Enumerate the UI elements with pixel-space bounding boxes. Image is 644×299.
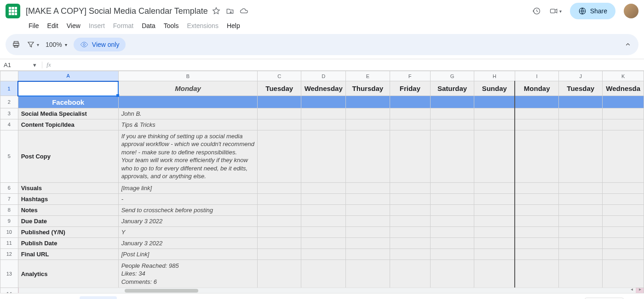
- row-header[interactable]: 5: [0, 130, 18, 182]
- menu-tools[interactable]: Tools: [160, 20, 183, 31]
- cell[interactable]: January 3 2022: [118, 237, 257, 248]
- cell[interactable]: [474, 237, 515, 248]
- print-icon[interactable]: [12, 40, 20, 49]
- tab-month[interactable]: September▾: [345, 296, 391, 299]
- cell[interactable]: [390, 248, 430, 260]
- cell[interactable]: [430, 193, 474, 204]
- cell[interactable]: [559, 96, 603, 108]
- cell[interactable]: [603, 226, 644, 237]
- menu-help[interactable]: Help: [223, 20, 244, 31]
- cell[interactable]: [345, 182, 390, 193]
- cell[interactable]: [301, 260, 346, 288]
- cell[interactable]: [603, 119, 644, 130]
- cell[interactable]: [258, 260, 301, 288]
- cell[interactable]: [345, 215, 390, 226]
- cell[interactable]: [515, 237, 558, 248]
- row-header[interactable]: 7: [0, 193, 18, 204]
- cell[interactable]: [559, 226, 603, 237]
- column-header[interactable]: J: [559, 71, 603, 81]
- cell[interactable]: [515, 260, 558, 288]
- cell[interactable]: [301, 237, 346, 248]
- sheet-area[interactable]: ABCDEFGHIJK 1MondayTuesdayWednesdayThurs…: [0, 71, 644, 293]
- cloud-status-icon[interactable]: [239, 6, 248, 16]
- cell[interactable]: Sunday: [474, 81, 515, 96]
- cell[interactable]: [430, 226, 474, 237]
- cell[interactable]: [345, 193, 390, 204]
- cell[interactable]: John B.: [118, 108, 257, 119]
- column-header[interactable]: D: [301, 71, 346, 81]
- cell[interactable]: [390, 226, 430, 237]
- cell[interactable]: [603, 248, 644, 260]
- cell[interactable]: Facebook: [18, 96, 118, 108]
- cell[interactable]: [18, 81, 118, 96]
- menu-edit[interactable]: Edit: [44, 20, 62, 31]
- zoom-select[interactable]: 100%▾: [46, 41, 67, 48]
- cell[interactable]: [390, 130, 430, 182]
- cell[interactable]: [474, 204, 515, 215]
- tab-readme[interactable]: 🚨READ ME🚨▾: [18, 296, 78, 299]
- cell[interactable]: [390, 182, 430, 193]
- cell[interactable]: [301, 248, 346, 260]
- cell[interactable]: [603, 215, 644, 226]
- cell[interactable]: [301, 215, 346, 226]
- cell[interactable]: [515, 119, 558, 130]
- column-header[interactable]: B: [118, 71, 257, 81]
- view-only-pill[interactable]: View only: [74, 38, 126, 51]
- cell[interactable]: [258, 119, 301, 130]
- cell[interactable]: [258, 96, 301, 108]
- history-icon[interactable]: [532, 6, 541, 16]
- cell[interactable]: [474, 182, 515, 193]
- cell[interactable]: Tuesday: [559, 81, 603, 96]
- cell[interactable]: [430, 260, 474, 288]
- cell[interactable]: Post Copy: [18, 130, 118, 182]
- cell[interactable]: [559, 204, 603, 215]
- star-icon[interactable]: [212, 6, 221, 16]
- cell[interactable]: [603, 96, 644, 108]
- cell[interactable]: [258, 248, 301, 260]
- cell[interactable]: [474, 193, 515, 204]
- cell[interactable]: [515, 96, 558, 108]
- column-header[interactable]: A: [18, 71, 118, 81]
- row-header[interactable]: 12: [0, 248, 18, 260]
- cell[interactable]: [430, 182, 474, 193]
- account-avatar[interactable]: [624, 4, 638, 18]
- cell[interactable]: [390, 204, 430, 215]
- cell[interactable]: [515, 226, 558, 237]
- filter-views-button[interactable]: ▾: [27, 40, 39, 49]
- cell[interactable]: [301, 108, 346, 119]
- cell[interactable]: [345, 96, 390, 108]
- cell[interactable]: [515, 248, 558, 260]
- cell[interactable]: [430, 96, 474, 108]
- tab-month[interactable]: May▾: [224, 296, 250, 299]
- cell[interactable]: [603, 237, 644, 248]
- cell[interactable]: [430, 248, 474, 260]
- cell[interactable]: [301, 226, 346, 237]
- scrollbar-thumb[interactable]: [125, 289, 198, 293]
- cell[interactable]: Analytics: [18, 260, 118, 288]
- cell[interactable]: [345, 130, 390, 182]
- cell[interactable]: Notes: [18, 204, 118, 215]
- cell[interactable]: [118, 96, 257, 108]
- menu-view[interactable]: View: [63, 20, 84, 31]
- meet-button[interactable]: ▾: [549, 6, 562, 16]
- tab-month[interactable]: January▾: [80, 296, 117, 299]
- row-header[interactable]: 9: [0, 215, 18, 226]
- cell[interactable]: [474, 248, 515, 260]
- cell[interactable]: [430, 108, 474, 119]
- cell[interactable]: [430, 215, 474, 226]
- toolbar-collapse-icon[interactable]: [624, 40, 632, 49]
- cell[interactable]: [430, 237, 474, 248]
- cell[interactable]: If you are thinking of setting up a soci…: [118, 130, 257, 182]
- row-header[interactable]: 13: [0, 260, 18, 288]
- column-header[interactable]: C: [258, 71, 301, 81]
- cell[interactable]: [345, 108, 390, 119]
- cell[interactable]: [603, 130, 644, 182]
- cell[interactable]: [474, 260, 515, 288]
- cell[interactable]: [474, 108, 515, 119]
- cell[interactable]: Wednesda: [603, 81, 644, 96]
- column-header[interactable]: K: [603, 71, 644, 81]
- cell[interactable]: [258, 130, 301, 182]
- cell[interactable]: [474, 226, 515, 237]
- tab-month[interactable]: N▾: [432, 296, 451, 299]
- cell[interactable]: [258, 108, 301, 119]
